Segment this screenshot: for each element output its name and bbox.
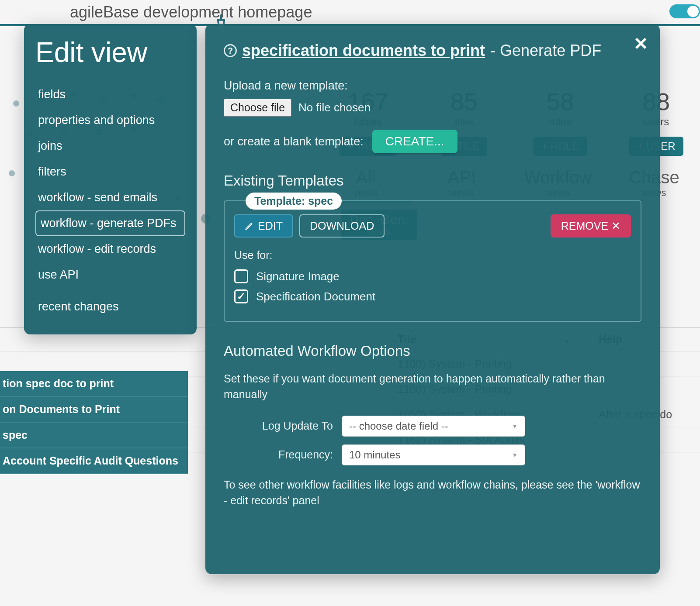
- close-icon[interactable]: ✕: [634, 34, 648, 54]
- title-suffix: - Generate PDF: [490, 41, 601, 60]
- log-update-label: Log Update To: [224, 420, 333, 432]
- panel-title: ? specification documents to print - Gen…: [224, 41, 641, 60]
- sidebar-item-generate-pdfs[interactable]: workflow - generate PDFs: [35, 210, 185, 236]
- create-template-button[interactable]: CREATE...: [372, 130, 457, 153]
- sidebar-item-use-api[interactable]: use API: [35, 262, 185, 288]
- page-title-bar: agileBase development homepage: [0, 0, 700, 26]
- sidebar-title: Edit view: [35, 36, 185, 69]
- sidebar-item-fields[interactable]: fields: [35, 82, 185, 107]
- checkbox-label: Signature Image: [256, 270, 340, 283]
- dev-toggle[interactable]: [669, 4, 700, 18]
- pin-icon[interactable]: [211, 14, 231, 33]
- automated-options-desc: Set these if you want document generatio…: [224, 371, 641, 403]
- sidebar-item-edit-records[interactable]: workflow - edit records: [35, 236, 185, 262]
- upload-label: Upload a new template:: [224, 79, 641, 93]
- left-rows-overlay: tion spec doc to print on Documents to P…: [0, 371, 188, 474]
- list-item[interactable]: spec: [0, 423, 188, 448]
- edit-template-button[interactable]: EDIT: [234, 214, 293, 238]
- template-name-tag: Template: spec: [246, 193, 342, 210]
- automated-options-heading: Automated Workflow Options: [224, 343, 641, 359]
- frequency-select[interactable]: 10 minutes ▼: [342, 444, 525, 465]
- template-card: Template: spec EDIT DOWNLOAD REMOVE ✕ Us…: [224, 200, 641, 322]
- footnote-text: To see other workflow facilities like lo…: [224, 477, 641, 509]
- use-for-label: Use for:: [234, 249, 631, 262]
- sidebar-item-filters[interactable]: filters: [35, 159, 185, 185]
- sidebar-item-send-emails[interactable]: workflow - send emails: [35, 185, 185, 210]
- remove-template-button[interactable]: REMOVE ✕: [551, 214, 631, 238]
- frequency-label: Frequency:: [224, 448, 333, 461]
- checkbox-label: Specification Document: [256, 290, 375, 303]
- chevron-down-icon: ▼: [512, 423, 518, 430]
- checkbox-signature-image[interactable]: [234, 269, 248, 283]
- edit-view-sidebar: Edit view fields properties and options …: [24, 24, 197, 334]
- page-title: agileBase development homepage: [70, 3, 312, 21]
- view-name-link[interactable]: specification documents to print: [242, 41, 485, 60]
- file-status: No file chosen: [298, 101, 371, 114]
- checkbox-specification-document[interactable]: [234, 289, 248, 303]
- sidebar-item-joins[interactable]: joins: [35, 133, 185, 159]
- log-update-select[interactable]: -- choose date field -- ▼: [342, 416, 525, 437]
- help-icon[interactable]: ?: [224, 44, 237, 57]
- choose-file-button[interactable]: Choose file: [224, 99, 291, 117]
- chevron-down-icon: ▼: [512, 451, 518, 458]
- create-template-label: or create a blank template:: [224, 135, 364, 148]
- sidebar-item-properties[interactable]: properties and options: [35, 107, 185, 133]
- list-item[interactable]: Account Specific Audit Questions: [0, 448, 188, 474]
- pencil-icon: [245, 222, 253, 231]
- generate-pdf-panel: ✕ ? specification documents to print - G…: [205, 24, 660, 574]
- list-item[interactable]: tion spec doc to print: [0, 371, 188, 397]
- sidebar-item-recent-changes[interactable]: recent changes: [35, 294, 185, 320]
- existing-templates-heading: Existing Templates: [224, 172, 641, 189]
- list-item[interactable]: on Documents to Print: [0, 397, 188, 423]
- download-template-button[interactable]: DOWNLOAD: [299, 214, 385, 238]
